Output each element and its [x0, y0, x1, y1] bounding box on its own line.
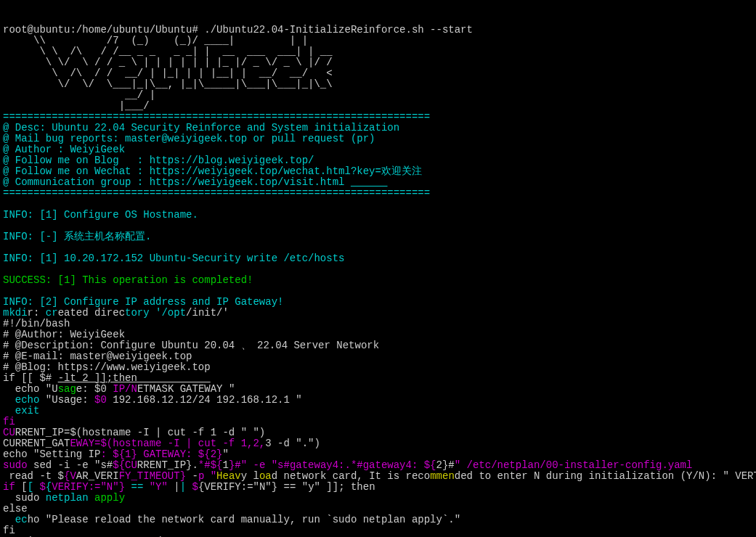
- divider: ========================================…: [3, 111, 430, 123]
- mkdir-line: mkdir: created directory '/opt/init/': [3, 307, 229, 319]
- current-ip-line: CURRENT_IP=$(hostname -I | cut -f 1 -d "…: [3, 427, 265, 438]
- script-comment: # @E-mail: master@weiyigeek.top: [3, 351, 192, 362]
- script-comment: #!/bin/bash: [3, 318, 70, 329]
- prompt-line: root@ubuntu:/home/ubuntu/Ubuntu# ./Ubunt…: [3, 24, 473, 36]
- fi-line: fi: [3, 525, 15, 536]
- script-comment: # @Author: WeiyiGeek: [3, 329, 125, 340]
- header-mail: @ Mail bug reports: master@weiyigeek.top…: [3, 133, 375, 144]
- success-msg: SUCCESS: [1] This operation is completed…: [3, 274, 253, 286]
- if-verify-line: if [[ ${VERIFY:="N"} == "Y" || ${VERIFY:…: [3, 481, 375, 493]
- current-gateway-line: CURRENT_GATEWAY=$(hostname -I | cut -f 1…: [3, 438, 320, 449]
- info-msg: INFO: [2] Configure IP address and IP Ga…: [3, 296, 283, 308]
- ascii-art: \ /\ / / __/ | |_| | | |__| | __/ __/ <: [3, 67, 333, 79]
- echo-setting-line: echo "Setting IP: ${1} GATEWAY: ${2}": [3, 448, 229, 460]
- script-comment: # @Description: Configure Ubuntu 20.04 、…: [3, 340, 379, 351]
- terminal-output[interactable]: root@ubuntu:/home/ubuntu/Ubuntu# ./Ubunt…: [3, 25, 753, 537]
- fi-line: fi: [3, 416, 15, 427]
- usage-line: echo "Usage: $0 192.168.12.12/24 192.168…: [3, 394, 302, 406]
- netplan-apply-line: sudo netplan apply: [3, 492, 125, 504]
- header-comm: @ Communication group : https://weiyigee…: [3, 176, 387, 188]
- ascii-art: \\ /7 (_) (_)/ ____| | |: [3, 35, 308, 46]
- usage-line: echo "Usage: $0 IP/NETMASK GATEWAY ": [3, 383, 235, 395]
- header-desc: @ Desc: Ubuntu 22.04 Security Reinforce …: [3, 122, 399, 134]
- script-comment: # @Blog: https://www.weiyigeek.top: [3, 361, 211, 373]
- header-blog: @ Follow me on Blog : https://blog.weiyi…: [3, 155, 314, 166]
- else-line: else: [3, 503, 28, 515]
- info-msg: INFO: [1] 10.20.172.152 Ubuntu-Security …: [3, 253, 344, 264]
- echo-reload-line: echo "Please reload the network card man…: [3, 514, 460, 525]
- header-wechat: @ Follow me on Wechat : https://weiyigee…: [3, 165, 422, 177]
- header-author: @ Author : WeiyiGeek: [3, 144, 125, 155]
- exit-line: exit: [3, 405, 39, 417]
- info-msg: INFO: [-] 系统主机名称配置.: [3, 231, 151, 242]
- sed-line: sudo sed -i -e "s#${CURRENT_IP}.*#${1}#"…: [3, 459, 692, 471]
- ascii-art: |___/: [3, 100, 150, 112]
- ascii-art: __/ |: [3, 89, 155, 101]
- ascii-art: \/ \/ \___|_|\__, |_|\_____|\___|\___|_|…: [3, 78, 333, 90]
- ascii-art: \ \ /\ / /__ _ _ _ _| | __ ___ ___| | __: [3, 46, 333, 57]
- if-line: if [[ $# -lt 2 ]];then: [3, 372, 211, 384]
- divider: ========================================…: [3, 187, 430, 199]
- ascii-art: \ \/ \ / / _ \ | | | | | | |_ |/ _ \/ _ …: [3, 57, 333, 68]
- read-line: read -t ${VAR_VERIFY_TIMEOUT} -p "Heavy …: [3, 470, 756, 482]
- info-msg: INFO: [1] Configure OS Hostname.: [3, 209, 198, 221]
